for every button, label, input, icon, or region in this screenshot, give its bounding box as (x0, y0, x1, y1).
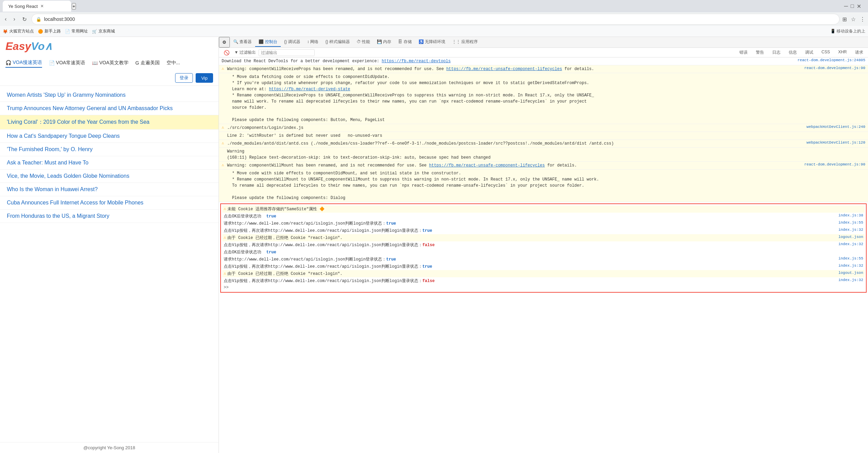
console-source[interactable]: react-dom.development.js:90 (804, 66, 865, 70)
console-text: * Move code with side effects to compone… (227, 170, 865, 201)
filter-info[interactable]: 信息 (787, 49, 799, 56)
debug-text: 点击Vip按钮，再次请求http://www.dell-lee.com/reac… (224, 278, 838, 284)
list-item[interactable]: How a Cat's Sandpapery Tongue Deep Clean… (0, 130, 219, 143)
tab-storage[interactable]: 🗄 存储 (395, 38, 415, 47)
debug-text: 由于 Cookie 已经过期，已拒绝 Cookie "react-login". (227, 235, 838, 241)
console-source[interactable]: react-dom.development.js:24805 (798, 58, 865, 62)
article-link[interactable]: How a Cat's Sandpapery Tongue Deep Clean… (7, 133, 120, 139)
login-button[interactable]: 登录 (175, 73, 193, 83)
bookmark-jd[interactable]: 🛒 京东商城 (92, 28, 115, 34)
forward-button[interactable]: › (11, 15, 17, 24)
new-tab-button[interactable]: + (72, 3, 76, 10)
bookmark-newuser[interactable]: 🟠 新手上路 (38, 28, 61, 34)
console-output: Download the React DevTools for a better… (219, 57, 868, 453)
minimize-icon[interactable]: ─ (844, 3, 848, 10)
nav-air[interactable]: 空中... (167, 58, 180, 67)
filter-icon: ▼ 过滤输出 (234, 50, 256, 55)
filter-logs[interactable]: 日志 (770, 49, 782, 56)
warn-icon: ⚠ (222, 125, 227, 130)
maximize-icon[interactable]: □ (851, 3, 854, 10)
address-bar[interactable]: 🔒 (31, 14, 840, 25)
nav-usa[interactable]: G 走遍美国 (135, 58, 160, 67)
article-link[interactable]: 'The Furnished Room,' by O. Henry (7, 146, 93, 152)
debug-source[interactable]: logout.json (838, 235, 863, 241)
article-link[interactable]: 'Living Coral'：2019 Color of the Year Co… (7, 119, 149, 125)
filter-xhr[interactable]: XHR (836, 49, 849, 56)
list-item[interactable]: Cuba Announces Full Internet Access for … (0, 196, 219, 210)
close-window-icon[interactable]: ✕ (857, 3, 861, 10)
bookmark-firefox[interactable]: 🦊 火狐官方站点 (3, 28, 34, 34)
debug-source[interactable]: index.js:55 (838, 256, 863, 262)
close-tab-icon[interactable]: ✕ (40, 4, 44, 9)
list-item[interactable]: 'Living Coral'：2019 Color of the Year Co… (0, 115, 219, 130)
nav-voa-teach[interactable]: 📖 VOA英文教学 (92, 58, 129, 67)
article-link[interactable]: Who Is the Woman in Huawei Arrest? (7, 186, 98, 192)
vip-button[interactable]: Vip (196, 73, 213, 83)
reload-button[interactable]: ↻ (20, 15, 29, 24)
article-link[interactable]: Vice, the Movie, Leads Golden Globe Nomi… (7, 173, 129, 179)
tab-application[interactable]: ⋮⋮ 应用程序 (449, 38, 481, 47)
filter-css[interactable]: CSS (819, 49, 832, 56)
tab-performance[interactable]: ⏱ 性能 (353, 38, 373, 47)
debug-source[interactable]: logout.json (838, 271, 863, 277)
tab-inspector[interactable]: 🔍 查看器 (230, 38, 255, 47)
debug-source[interactable]: index.js:32 (838, 228, 863, 234)
filter-debug[interactable]: 调试 (803, 49, 815, 56)
console-text: ./src/components/Login/index.js (227, 125, 806, 131)
debug-line-prompt[interactable]: >> (222, 284, 865, 291)
tab-console[interactable]: ⬛ 控制台 (255, 38, 280, 47)
active-tab[interactable]: Ye Song React ✕ (3, 1, 71, 12)
article-link[interactable]: Ask a Teacher: Must and Have To (7, 160, 89, 165)
list-item[interactable]: 'The Furnished Room,' by O. Henry (0, 143, 219, 156)
devtools-settings-icon[interactable]: ⚙ (219, 37, 230, 48)
console-line-warn4-cont: * Move code with side effects to compone… (219, 170, 868, 202)
tab-debugger[interactable]: {} 调试器 (281, 38, 304, 47)
list-item[interactable]: Women Artists 'Step Up' in Grammy Nomina… (0, 89, 219, 102)
debug-line-cookie-warn2: ⚠ 由于 Cookie 已经过期，已拒绝 Cookie "react-login… (222, 270, 865, 277)
tab-accessibility[interactable]: ♿ 无障碍环境 (415, 38, 449, 47)
console-input[interactable] (228, 285, 863, 290)
filter-requests[interactable]: 请求 (853, 49, 865, 56)
tab-style-editor[interactable]: {} 样式编辑器 (322, 38, 353, 47)
bookmark-common[interactable]: 📄 常用网址 (65, 28, 88, 34)
debug-text: 点击OK后登录状态功 true (224, 249, 863, 255)
filter-errors[interactable]: 错误 (737, 49, 750, 56)
clear-console-button[interactable]: 🚫 (222, 49, 232, 57)
list-item[interactable]: Trump Announces New Attorney General and… (0, 102, 219, 115)
console-source[interactable]: react-dom.development.js:90 (804, 162, 865, 166)
nav-voa-normal[interactable]: 📄 VOA常速英语 (49, 58, 86, 67)
extensions-icon[interactable]: ⊞ (842, 16, 847, 23)
settings-icon[interactable]: ⋮ (860, 16, 865, 23)
nav-voa-slow[interactable]: 🎧 VOA慢速英语 (5, 58, 42, 68)
devtools-link[interactable]: https://fb.me/react-devtools (382, 59, 451, 64)
debug-line-islogin1: 请求http://www.dell-lee.com/react/api/islo… (222, 220, 865, 227)
debug-source[interactable]: index.js:55 (838, 221, 863, 226)
debug-line-cookie-warn1: ⚠ 由于 Cookie 已经过期，已拒绝 Cookie "react-login… (222, 234, 865, 241)
article-link[interactable]: From Honduras to the US, a Migrant Story (7, 213, 109, 219)
article-link[interactable]: Women Artists 'Step Up' in Grammy Nomina… (7, 92, 126, 98)
warn-link3[interactable]: https://fb.me/react-unsafe-component-lif… (429, 163, 545, 168)
back-button[interactable]: ‹ (3, 15, 9, 24)
list-item[interactable]: Who Is the Woman in Huawei Arrest? (0, 183, 219, 196)
console-source[interactable]: webpackHotDevClient.js:120 (806, 141, 865, 145)
article-link[interactable]: Trump Announces New Attorney General and… (7, 105, 173, 111)
console-line-warn3-cont: Warning (168:11) Replace text-decoration… (219, 148, 868, 162)
tab-memory[interactable]: 💾 内存 (373, 38, 395, 47)
tab-network[interactable]: ↕ 网络 (304, 38, 322, 47)
url-input[interactable] (44, 16, 835, 22)
warn-link[interactable]: https://fb.me/react-unsafe-component-lif… (446, 67, 562, 71)
list-item[interactable]: Ask a Teacher: Must and Have To (0, 156, 219, 170)
filter-warnings[interactable]: 警告 (754, 49, 766, 56)
debug-source[interactable]: index.js:32 (838, 264, 863, 269)
debug-source[interactable]: index.js:38 (838, 213, 863, 219)
article-link[interactable]: Cuba Announces Full Internet Access for … (7, 200, 143, 205)
mobile-device-toggle[interactable]: 📱 移动设备上的上 (830, 28, 865, 34)
list-item[interactable]: Vice, the Movie, Leads Golden Globe Nomi… (0, 170, 219, 183)
debug-source[interactable]: index.js:32 (838, 242, 863, 248)
console-filter-input[interactable] (259, 49, 315, 56)
console-source[interactable]: webpackHotDevClient.js:240 (806, 125, 865, 129)
list-item[interactable]: From Honduras to the US, a Migrant Story (0, 210, 219, 223)
debug-source[interactable]: index.js:32 (838, 278, 863, 284)
bookmark-icon[interactable]: ☆ (851, 16, 856, 23)
warn-link2[interactable]: https://fb.me/react-derived-state (269, 87, 350, 92)
